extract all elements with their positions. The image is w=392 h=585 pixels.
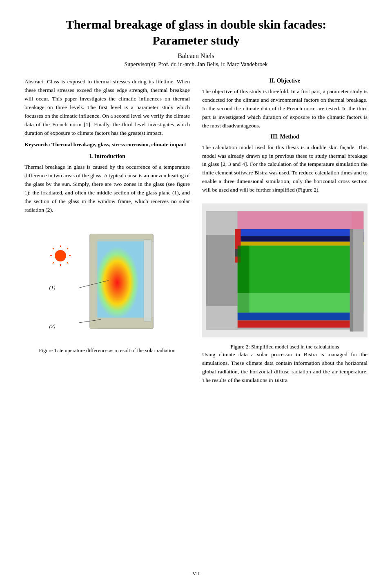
svg-rect-33: [238, 313, 350, 320]
svg-rect-35: [238, 246, 249, 293]
svg-line-5: [53, 248, 54, 249]
svg-line-6: [67, 248, 68, 249]
svg-rect-31: [352, 229, 363, 332]
section1-heading: I. Introduction: [24, 153, 190, 160]
svg-point-0: [55, 250, 66, 261]
svg-rect-11: [90, 234, 153, 241]
svg-rect-37: [238, 211, 352, 229]
figure2-container: Figure 2: Simplified model used in the c…: [202, 201, 368, 351]
svg-rect-25: [238, 242, 364, 246]
page-number: VII: [0, 570, 392, 577]
svg-rect-20: [206, 211, 238, 235]
author: Balcaen Niels: [24, 52, 368, 60]
glass-heatmap: [79, 229, 160, 335]
section2-heading: II. Objective: [202, 78, 368, 84]
left-column: Abstract: Glass is exposed to thermal st…: [24, 78, 190, 388]
section1-text: Thermal breakage in glass is caused by t…: [24, 163, 190, 214]
sun-icon: [50, 246, 71, 268]
section2-text: The objective of this study is threefold…: [202, 87, 368, 130]
svg-line-7: [53, 262, 54, 263]
svg-rect-21: [206, 306, 238, 330]
svg-rect-14: [144, 239, 151, 321]
svg-rect-32: [350, 229, 353, 332]
figure2-followup-text: Using climate data a solar processor in …: [202, 351, 368, 385]
abstract-text: Abstract: Glass is exposed to thermal st…: [24, 78, 190, 137]
svg-rect-34: [238, 321, 350, 328]
section3-heading: III. Method: [202, 134, 368, 140]
right-column: II. Objective The objective of this stud…: [202, 78, 368, 388]
two-column-layout: Abstract: Glass is exposed to thermal st…: [24, 78, 368, 388]
svg-rect-36: [238, 293, 249, 313]
svg-line-8: [67, 262, 68, 263]
main-title: Thermal breakage of glass in double skin…: [24, 16, 368, 48]
svg-rect-24: [238, 236, 364, 242]
figure1: (1) (2): [46, 221, 169, 344]
figure1-container: (1) (2): [24, 221, 190, 354]
figure2-svg: [202, 201, 368, 340]
figure2-caption: Figure 2: Simplified model used in the c…: [202, 343, 368, 351]
label-2: (2): [49, 323, 56, 330]
svg-rect-26: [238, 246, 364, 293]
supervisor: Supervisor(s): Prof. dr. ir.-arch. Jan B…: [24, 61, 368, 68]
svg-rect-27: [238, 293, 364, 313]
figure1-caption: Figure 1: temperature difference as a re…: [24, 347, 190, 354]
svg-rect-10: [95, 239, 143, 319]
svg-rect-13: [90, 234, 97, 329]
figure2: [202, 201, 368, 340]
title-block: Thermal breakage of glass in double skin…: [24, 16, 368, 68]
svg-rect-23: [238, 229, 364, 236]
page: Thermal breakage of glass in double skin…: [0, 0, 392, 585]
section3-text: The calculation model used for this thes…: [202, 143, 368, 195]
label-1: (1): [49, 284, 56, 291]
keywords: Keywords: Thermal breakage, glass, stres…: [24, 141, 190, 149]
svg-rect-12: [90, 317, 153, 328]
